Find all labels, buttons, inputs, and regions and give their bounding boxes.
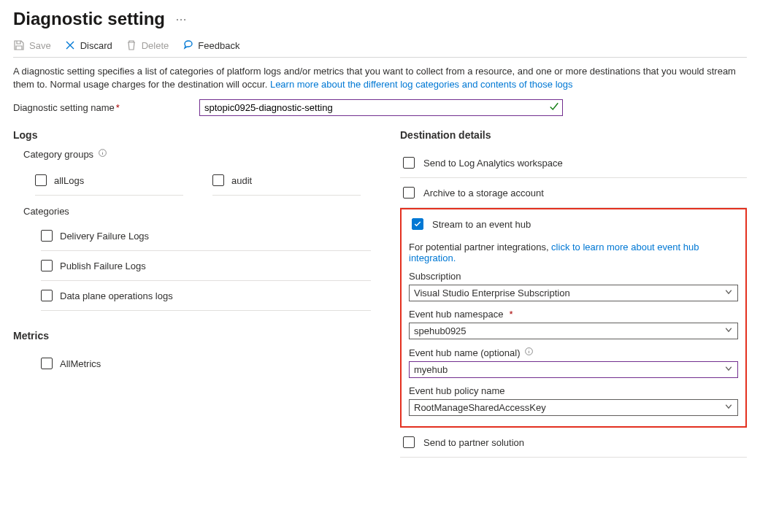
event-hub-namespace-select[interactable]: spehub0925 [409, 323, 738, 339]
archive-storage-checkbox[interactable] [403, 187, 415, 198]
cat-label: Publish Failure Logs [60, 261, 146, 271]
command-bar: Save Discard Delete Feedback [13, 39, 747, 58]
delete-button[interactable]: Delete [126, 39, 169, 51]
setting-name-input[interactable] [200, 100, 562, 115]
event-hub-namespace-label: Event hub namespace* [409, 309, 738, 320]
setting-name-field[interactable] [199, 99, 563, 116]
save-icon [13, 39, 25, 51]
feedback-button[interactable]: Feedback [182, 39, 239, 51]
chevron-down-icon [724, 364, 733, 375]
stream-event-hub-label: Stream to an event hub [432, 219, 531, 230]
cat-publish-failure-checkbox[interactable] [41, 260, 53, 271]
alllogs-label: allLogs [54, 175, 84, 186]
learn-more-link[interactable]: Learn more about the different log categ… [270, 79, 573, 90]
event-hub-policy-label: Event hub policy name [409, 385, 738, 396]
discard-icon [64, 39, 76, 51]
event-hub-name-label: Event hub name (optional) [409, 347, 738, 358]
send-log-analytics-checkbox[interactable] [403, 157, 415, 169]
discard-button[interactable]: Discard [64, 39, 112, 51]
description-text: A diagnostic setting specifies a list of… [13, 65, 747, 90]
subscription-select[interactable]: Visual Studio Enterprise Subscription [409, 285, 738, 301]
cat-label: Delivery Failure Logs [60, 231, 149, 242]
cat-label: Data plane operations logs [60, 290, 173, 301]
audit-checkbox[interactable] [212, 174, 224, 186]
chevron-down-icon [724, 402, 733, 413]
chevron-down-icon [724, 325, 733, 336]
event-hub-name-select[interactable]: myehub [409, 361, 738, 378]
allmetrics-label: AllMetrics [60, 358, 101, 369]
archive-storage-label: Archive to a storage account [423, 188, 544, 198]
chevron-down-icon [724, 288, 733, 298]
audit-label: audit [231, 175, 252, 186]
event-hub-policy-select[interactable]: RootManageSharedAccessKey [409, 399, 738, 416]
stream-event-hub-section: Stream to an event hub For potential par… [400, 208, 747, 428]
metrics-heading: Metrics [13, 330, 371, 342]
send-log-analytics-label: Send to Log Analytics workspace [423, 158, 563, 169]
send-partner-label: Send to partner solution [423, 437, 524, 448]
page-title: Diagnostic setting [13, 9, 165, 29]
cat-data-plane-checkbox[interactable] [41, 290, 53, 301]
logs-heading: Logs [13, 129, 371, 141]
feedback-icon [182, 39, 193, 51]
cat-delivery-failure-checkbox[interactable] [41, 230, 53, 242]
valid-icon [549, 101, 559, 114]
send-partner-checkbox[interactable] [403, 436, 415, 448]
allmetrics-checkbox[interactable] [41, 358, 53, 369]
categories-label: Categories [23, 206, 371, 217]
alllogs-checkbox[interactable] [35, 174, 47, 186]
destination-heading: Destination details [400, 129, 747, 141]
partner-note: For potential partner integrations, clic… [409, 242, 738, 263]
stream-event-hub-checkbox[interactable] [412, 218, 423, 230]
delete-icon [126, 39, 137, 51]
info-icon[interactable] [524, 347, 534, 358]
category-groups-label: Category groups [23, 148, 371, 160]
setting-name-label: Diagnostic setting name* [13, 102, 199, 113]
info-icon[interactable] [98, 148, 107, 160]
save-button[interactable]: Save [13, 39, 51, 51]
subscription-label: Subscription [409, 271, 738, 282]
more-button[interactable]: … [175, 11, 188, 27]
